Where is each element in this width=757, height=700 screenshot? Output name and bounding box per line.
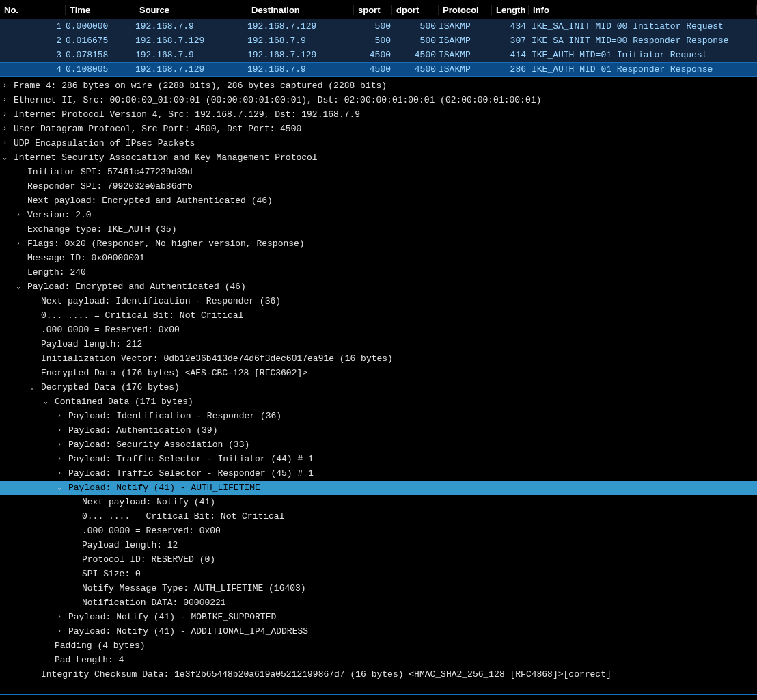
tree-item[interactable]: 0... .... = Critical Bit: Not Critical (0, 308, 757, 323)
tree-item[interactable]: Payload: Traffic Selector - Responder (4… (0, 466, 757, 481)
expand-icon[interactable] (14, 208, 23, 222)
expand-icon[interactable] (55, 610, 64, 624)
tree-item[interactable]: Payload: Identification - Responder (36) (0, 409, 757, 423)
packet-cell: ISAKMP (439, 64, 492, 75)
tree-item[interactable]: Next payload: Encrypted and Authenticate… (0, 193, 757, 208)
col-header-no[interactable]: No. (0, 5, 66, 15)
tree-item[interactable]: 0... .... = Critical Bit: Not Critical (0, 509, 757, 524)
tree-label: Payload: Notify (41) - ADDITIONAL_IP4_AD… (64, 624, 308, 638)
tree-label: Payload: Traffic Selector - Responder (4… (64, 466, 314, 481)
collapse-icon[interactable] (0, 150, 10, 165)
tree-label: Notification DATA: 00000221 (78, 595, 226, 610)
tree-udp[interactable]: User Datagram Protocol, Src Port: 4500, … (0, 122, 757, 136)
tree-item[interactable]: Payload: Security Association (33) (0, 438, 757, 452)
tree-label: Ethernet II, Src: 00:00:00_01:00:01 (00:… (10, 93, 541, 107)
col-header-sport[interactable]: sport (354, 5, 392, 15)
tree-item[interactable]: Notification DATA: 00000221 (0, 595, 757, 610)
tree-notify-auth-lifetime[interactable]: Payload: Notify (41) - AUTH_LIFETIME (0, 481, 757, 495)
tree-item[interactable]: Payload: Traffic Selector - Initiator (4… (0, 452, 757, 466)
tree-item[interactable]: Payload: Notify (41) - ADDITIONAL_IP4_AD… (0, 624, 757, 638)
expand-icon[interactable] (0, 107, 10, 122)
tree-label: Responder SPI: 7992032e0ab86dfb (23, 179, 193, 193)
expand-icon[interactable] (55, 624, 64, 638)
tree-item[interactable]: Version: 2.0 (0, 208, 757, 222)
tree-item[interactable]: Payload length: 212 (0, 337, 757, 351)
expand-icon[interactable] (55, 438, 64, 452)
tree-label: Length: 240 (23, 265, 86, 280)
tree-item[interactable]: Payload length: 12 (0, 538, 757, 552)
tree-enc-payload[interactable]: Payload: Encrypted and Authenticated (46… (0, 280, 757, 294)
tree-label: SPI Size: 0 (78, 567, 141, 581)
collapse-icon[interactable] (41, 394, 51, 409)
tree-label: User Datagram Protocol, Src Port: 4500, … (10, 122, 301, 136)
expand-icon[interactable] (55, 409, 64, 423)
tree-item[interactable]: Notify Message Type: AUTH_LIFETIME (1640… (0, 581, 757, 595)
tree-contained[interactable]: Contained Data (171 bytes) (0, 394, 757, 409)
tree-item[interactable]: Initiator SPI: 57461c477239d39d (0, 165, 757, 179)
packet-row[interactable]: 20.016675192.168.7.129192.168.7.9500500I… (0, 33, 757, 48)
packet-cell: 286 (492, 64, 529, 75)
packet-row[interactable]: 40.108005192.168.7.129192.168.7.94500450… (0, 62, 757, 77)
tree-isakmp[interactable]: Internet Security Association and Key Ma… (0, 150, 757, 165)
expand-icon[interactable] (55, 466, 64, 481)
expand-icon[interactable] (0, 136, 10, 150)
tree-item[interactable]: Payload: Authentication (39) (0, 423, 757, 438)
tree-item[interactable]: Padding (4 bytes) (0, 638, 757, 653)
tree-item[interactable]: Protocol ID: RESERVED (0) (0, 552, 757, 567)
packet-cell: 192.168.7.129 (247, 21, 354, 31)
col-header-proto[interactable]: Protocol (439, 5, 492, 15)
packet-cell: 192.168.7.129 (247, 50, 354, 60)
tree-label: Next payload: Notify (41) (78, 495, 215, 509)
tree-frame[interactable]: Frame 4: 286 bytes on wire (2288 bits), … (0, 79, 757, 93)
tree-item[interactable]: SPI Size: 0 (0, 567, 757, 581)
tree-item[interactable]: Payload: Notify (41) - MOBIKE_SUPPORTED (0, 610, 757, 624)
packet-row[interactable]: 30.078158192.168.7.9192.168.7.1294500450… (0, 48, 757, 62)
tree-item[interactable]: Responder SPI: 7992032e0ab86dfb (0, 179, 757, 193)
splitter[interactable] (0, 694, 757, 695)
packet-cell: 4500 (392, 50, 439, 60)
tree-item[interactable]: Next payload: Notify (41) (0, 495, 757, 509)
tree-item[interactable]: .000 0000 = Reserved: 0x00 (0, 524, 757, 538)
packet-cell: 434 (492, 21, 529, 31)
packet-cell: 500 (354, 21, 392, 31)
packet-cell: 4500 (354, 50, 392, 60)
col-header-len[interactable]: Length (492, 5, 529, 15)
expand-icon[interactable] (55, 423, 64, 438)
tree-item[interactable]: Length: 240 (0, 265, 757, 280)
tree-item[interactable]: Message ID: 0x00000001 (0, 251, 757, 265)
expand-icon[interactable] (0, 122, 10, 136)
col-header-dst[interactable]: Destination (247, 5, 354, 15)
packet-details-tree[interactable]: Frame 4: 286 bytes on wire (2288 bits), … (0, 77, 757, 682)
packet-cell: 192.168.7.129 (135, 64, 247, 75)
tree-item[interactable]: Initialization Vector: 0db12e36b413de74d… (0, 351, 757, 366)
packet-cell: 0.078158 (66, 50, 135, 60)
expand-icon[interactable] (55, 452, 64, 466)
col-header-src[interactable]: Source (135, 5, 247, 15)
col-header-dport[interactable]: dport (392, 5, 439, 15)
expand-icon[interactable] (0, 79, 10, 93)
tree-label: Version: 2.0 (23, 208, 92, 222)
collapse-icon[interactable] (55, 481, 64, 495)
tree-item[interactable]: Flags: 0x20 (Responder, No higher versio… (0, 237, 757, 251)
collapse-icon[interactable] (27, 380, 37, 394)
tree-item[interactable]: Encrypted Data (176 bytes) <AES-CBC-128 … (0, 366, 757, 380)
expand-icon[interactable] (14, 237, 23, 251)
tree-decrypted[interactable]: Decrypted Data (176 bytes) (0, 380, 757, 394)
tree-label: Encrypted Data (176 bytes) <AES-CBC-128 … (37, 366, 307, 380)
packet-cell: 4500 (354, 64, 392, 75)
tree-item[interactable]: .000 0000 = Reserved: 0x00 (0, 323, 757, 337)
tree-item[interactable]: Next payload: Identification - Responder… (0, 294, 757, 308)
tree-item[interactable]: Pad Length: 4 (0, 653, 757, 667)
col-header-time[interactable]: Time (66, 5, 135, 15)
tree-udp-encap[interactable]: UDP Encapsulation of IPsec Packets (0, 136, 757, 150)
packet-list[interactable]: No. Time Source Destination sport dport … (0, 0, 757, 77)
col-header-info[interactable]: Info (529, 5, 757, 15)
collapse-icon[interactable] (14, 280, 23, 294)
tree-ethernet[interactable]: Ethernet II, Src: 00:00:00_01:00:01 (00:… (0, 93, 757, 107)
tree-ip[interactable]: Internet Protocol Version 4, Src: 192.16… (0, 107, 757, 122)
tree-item[interactable]: Exchange type: IKE_AUTH (35) (0, 222, 757, 237)
tree-item[interactable]: Integrity Checksum Data: 1e3f2b65448b20a… (0, 667, 757, 682)
expand-icon[interactable] (0, 93, 10, 107)
packet-row[interactable]: 10.000000192.168.7.9192.168.7.129500500I… (0, 19, 757, 33)
tree-label: Initiator SPI: 57461c477239d39d (23, 165, 193, 179)
